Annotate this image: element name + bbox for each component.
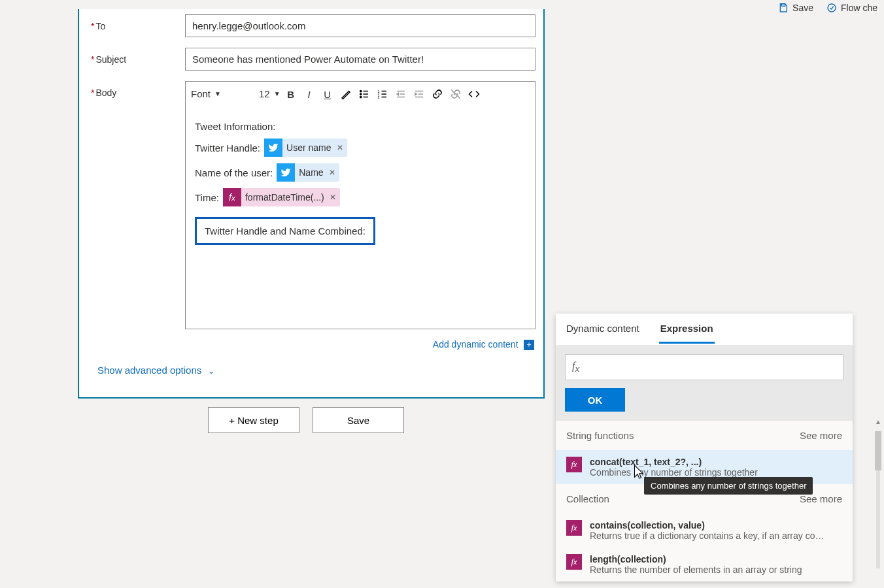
row-subject: *Subject: [87, 42, 536, 76]
input-to[interactable]: [185, 14, 536, 37]
body-editor: Font▼ 12▼ B I U 123 Tweet Information:: [185, 81, 536, 329]
tab-expression[interactable]: Expression: [659, 315, 715, 344]
rte-toolbar: Font▼ 12▼ B I U 123: [186, 82, 535, 106]
fx-icon: fx: [566, 457, 582, 472]
bullet-list-button[interactable]: [356, 86, 372, 102]
twitter-icon: [277, 163, 295, 182]
rte-content[interactable]: Tweet Information: Twitter Handle: User …: [186, 106, 535, 329]
add-dynamic-content-link[interactable]: Add dynamic content: [433, 339, 518, 350]
text-tweet-info: Tweet Information:: [195, 121, 275, 132]
expression-input[interactable]: [586, 361, 843, 374]
fn-desc: Combines any number of strings together: [590, 467, 758, 478]
label-body: *Body: [87, 81, 185, 98]
fn-name: contains(collection, value): [590, 520, 825, 531]
remove-token-icon[interactable]: ✕: [337, 143, 343, 152]
ok-button[interactable]: OK: [565, 388, 625, 412]
fn-length[interactable]: fx length(collection) Returns the number…: [556, 547, 853, 581]
text-time: Time:: [195, 192, 219, 203]
top-actions: Save Flow che: [778, 0, 877, 16]
tab-dynamic-content[interactable]: Dynamic content: [565, 315, 641, 344]
label-subject: *Subject: [87, 48, 185, 65]
advanced-row: Show advanced options⌄: [87, 353, 536, 389]
save-icon: [778, 3, 789, 13]
svg-point-4: [360, 93, 361, 95]
twitter-icon: [264, 139, 282, 157]
svg-point-2: [360, 90, 361, 91]
show-advanced-link[interactable]: Show advanced options⌄: [97, 365, 214, 376]
fx-icon: fx: [566, 554, 582, 570]
row-to: *To: [87, 9, 536, 42]
group-header-string: String functions See more: [556, 421, 853, 450]
expression-input-area: fx OK: [556, 345, 853, 421]
font-size-select[interactable]: 12▼: [259, 86, 280, 103]
fn-name: length(collection): [590, 554, 802, 564]
add-dynamic-plus-icon[interactable]: ＋: [524, 340, 534, 350]
expression-panel: Dynamic content Expression fx OK String …: [556, 314, 853, 581]
group-title: Collection: [566, 493, 609, 504]
add-dynamic-row: Add dynamic content ＋: [87, 335, 536, 353]
highlight-combined-line: Twitter Handle and Name Combined:: [195, 217, 375, 245]
token-format-date-time[interactable]: fx formatDateTime(...) ✕: [223, 188, 340, 206]
token-name[interactable]: Name ✕: [277, 163, 339, 182]
link-button[interactable]: [430, 86, 445, 102]
fx-icon: fx: [223, 188, 241, 206]
form-body: *To *Subject *Body Font▼ 12▼ B I U 123: [79, 9, 543, 397]
fx-icon: fx: [572, 360, 579, 374]
svg-point-6: [360, 96, 361, 97]
token-user-name[interactable]: User name ✕: [264, 139, 347, 157]
group-title: String functions: [566, 430, 634, 441]
fn-contains[interactable]: fx contains(collection, value) Returns t…: [556, 514, 853, 547]
text-twitter-handle: Twitter Handle:: [195, 142, 260, 154]
fn-name: concat(text_1, text_2?, ...): [590, 457, 758, 467]
remove-token-icon[interactable]: ✕: [330, 193, 336, 202]
fn-desc: Returns the number of elements in an arr…: [590, 564, 802, 575]
text-name-of-user: Name of the user:: [195, 167, 273, 178]
indent-button[interactable]: [411, 86, 427, 102]
text-color-button[interactable]: [338, 86, 354, 102]
svg-rect-0: [781, 4, 785, 6]
fn-desc: Returns true if a dictionary contains a …: [590, 531, 825, 541]
svg-point-1: [828, 4, 836, 12]
panel-scrollbar[interactable]: ▲: [875, 418, 881, 581]
underline-button[interactable]: U: [320, 86, 335, 102]
save-action[interactable]: Save: [778, 3, 813, 13]
italic-button[interactable]: I: [301, 86, 317, 102]
numbered-list-button[interactable]: 123: [375, 86, 390, 102]
save-action-label: Save: [792, 3, 813, 13]
flow-checker-icon: [826, 3, 837, 13]
flow-checker-action[interactable]: Flow che: [826, 3, 877, 13]
footer-buttons: + New step Save: [208, 407, 404, 433]
svg-text:3: 3: [377, 95, 379, 99]
flow-checker-label: Flow che: [841, 3, 877, 13]
bold-button[interactable]: B: [283, 86, 299, 102]
text-combined: Twitter Handle and Name Combined:: [205, 225, 366, 237]
save-button[interactable]: Save: [313, 407, 404, 433]
row-body: *Body Font▼ 12▼ B I U 123: [87, 76, 536, 335]
expression-input-wrap: fx: [565, 354, 843, 380]
font-family-select[interactable]: Font▼: [191, 86, 256, 103]
new-step-button[interactable]: + New step: [208, 407, 299, 433]
code-view-button[interactable]: [466, 86, 482, 102]
outdent-button[interactable]: [393, 86, 409, 102]
remove-token-icon[interactable]: ✕: [329, 168, 335, 177]
see-more-link[interactable]: See more: [800, 493, 842, 504]
send-email-card: *To *Subject *Body Font▼ 12▼ B I U 123: [78, 9, 545, 399]
label-to: *To: [87, 14, 185, 31]
see-more-link[interactable]: See more: [800, 430, 842, 441]
unlink-button[interactable]: [448, 86, 464, 102]
expression-function-list: String functions See more fx concat(text…: [556, 421, 853, 581]
fx-icon: fx: [566, 520, 582, 536]
input-subject[interactable]: [185, 48, 536, 71]
expression-tabs: Dynamic content Expression: [556, 314, 853, 345]
tooltip: Combines any number of strings together: [644, 477, 813, 495]
chevron-down-icon: ⌄: [208, 367, 214, 376]
